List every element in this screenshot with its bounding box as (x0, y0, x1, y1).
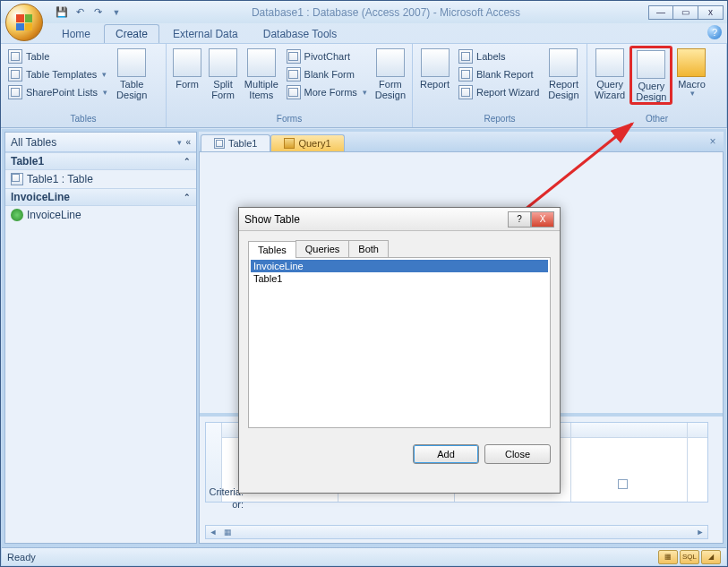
titlebar: 💾 ↶ ↷ ▼ Database1 : Database (Access 200… (1, 1, 727, 23)
table-button[interactable]: Table (4, 47, 112, 65)
report-icon (421, 48, 450, 77)
close-document-button[interactable]: × (706, 134, 720, 149)
doc-tab-query1[interactable]: Query1 (270, 134, 344, 151)
undo-icon[interactable]: ↶ (72, 4, 88, 21)
minimize-button[interactable]: — (648, 5, 673, 20)
pivotchart-button[interactable]: PivotChart (282, 47, 372, 65)
labels-icon (458, 49, 473, 64)
split-form-button[interactable]: Split Form (205, 46, 241, 101)
doc-tab-table1[interactable]: Table1 (201, 134, 270, 151)
table-icon (214, 138, 225, 149)
table-icon (8, 49, 22, 64)
sharepoint-icon (8, 85, 22, 99)
qat-customize-icon[interactable]: ▼ (107, 4, 124, 21)
label: PivotChart (304, 51, 350, 62)
macro-button[interactable]: Macro▾ (672, 46, 710, 99)
horizontal-scrollbar[interactable]: ◄ ▦ ► (205, 525, 708, 539)
blank-report-button[interactable]: Blank Report (454, 65, 544, 83)
nav-group-table1[interactable]: Table1⌃ (5, 152, 196, 170)
multiple-items-button[interactable]: Multiple Items (241, 46, 282, 101)
label-or: or: (201, 498, 244, 511)
view-buttons: ▦ SQL ◢ (658, 550, 721, 564)
collapse-icon[interactable]: ⌃ (184, 157, 191, 166)
report-button[interactable]: Report (415, 46, 454, 90)
more-forms-icon (287, 85, 301, 99)
sql-view-button[interactable]: SQL (680, 550, 699, 564)
dialog-titlebar[interactable]: Show Table ? X (239, 208, 560, 231)
form-design-button[interactable]: Form Design (372, 46, 409, 101)
label: Query1 (298, 138, 330, 149)
query-design-button[interactable]: Query Design (630, 46, 672, 105)
dialog-table-list[interactable]: InvoiceLine Table1 (248, 258, 551, 428)
blank-report-icon (458, 67, 473, 82)
help-icon[interactable]: ? (707, 25, 722, 39)
maximize-button[interactable]: ▭ (673, 5, 698, 20)
add-button[interactable]: Add (413, 444, 479, 464)
tab-create[interactable]: Create (104, 24, 159, 43)
close-button[interactable]: x (698, 5, 724, 20)
dialog-tab-both[interactable]: Both (348, 240, 389, 257)
table-design-button[interactable]: Table Design (112, 46, 151, 101)
report-wizard-button[interactable]: Report Wizard (454, 83, 544, 101)
show-checkbox[interactable] (618, 479, 628, 489)
dialog-close-button[interactable]: X (531, 211, 554, 228)
label: Multiple Items (244, 79, 278, 100)
table-icon (11, 173, 23, 185)
dialog-tab-tables[interactable]: Tables (248, 241, 296, 258)
nav-group-invoiceline[interactable]: InvoiceLine⌃ (5, 188, 196, 206)
label: Report Wizard (476, 87, 539, 98)
grid-row-labels: Criteria: Criteria: or: (201, 473, 244, 511)
macro-icon (677, 48, 706, 77)
label: Query Wizard (595, 79, 625, 100)
sharepoint-lists-button[interactable]: SharePoint Lists▾ (4, 83, 112, 101)
table-templates-button[interactable]: Table Templates▾ (4, 65, 112, 83)
query-wizard-button[interactable]: Query Wizard (590, 46, 630, 101)
blank-form-icon (287, 67, 301, 82)
list-item[interactable]: Table1 (251, 272, 548, 285)
nav-header[interactable]: All Tables ▾« (5, 133, 196, 152)
label: Report (420, 79, 450, 90)
redo-icon[interactable]: ↷ (90, 4, 106, 21)
scroll-left-icon[interactable]: ◄ (206, 526, 220, 538)
tab-home[interactable]: Home (50, 24, 102, 43)
ribbon-tabs: Home Create External Data Database Tools… (1, 23, 727, 43)
form-button[interactable]: Form (169, 46, 205, 90)
shutter-button[interactable]: « (185, 137, 191, 147)
datasheet-view-button[interactable]: ▦ (658, 550, 678, 564)
dialog-tabs: Tables Queries Both (248, 240, 551, 258)
collapse-icon[interactable]: ⌃ (184, 193, 191, 202)
pivotchart-icon (287, 49, 301, 64)
record-selector-icon[interactable]: ▦ (220, 526, 235, 538)
form-icon (173, 48, 201, 77)
query-icon (284, 138, 295, 149)
list-item[interactable]: InvoiceLine (251, 260, 548, 272)
label: Table1 (228, 138, 257, 149)
split-form-icon (209, 48, 237, 77)
blank-form-button[interactable]: Blank Form (282, 65, 372, 83)
dialog-help-button[interactable]: ? (508, 211, 531, 228)
close-button[interactable]: Close (484, 444, 551, 464)
label-criteria: Criteria: (201, 485, 244, 498)
nav-item-invoiceline[interactable]: InvoiceLine (5, 206, 196, 224)
labels-button[interactable]: Labels (454, 47, 544, 65)
label: Blank Report (476, 69, 534, 80)
label: InvoiceLine (11, 191, 70, 203)
nav-item-table1[interactable]: Table1 : Table (5, 170, 196, 188)
group-label-other: Other (590, 114, 724, 127)
chevron-down-icon[interactable]: ▾ (177, 138, 182, 147)
status-text: Ready (7, 552, 36, 563)
document-tabs: Table1 Query1 × (199, 132, 724, 151)
label: SharePoint Lists (26, 87, 98, 98)
table-design-icon (117, 48, 146, 77)
tab-database-tools[interactable]: Database Tools (252, 24, 349, 43)
label: Form Design (375, 79, 406, 100)
save-icon[interactable]: 💾 (54, 4, 70, 21)
office-button[interactable] (5, 4, 43, 41)
design-view-button[interactable]: ◢ (701, 550, 721, 564)
scroll-right-icon[interactable]: ► (693, 526, 707, 538)
report-design-button[interactable]: Report Design (544, 46, 583, 101)
group-label-reports: Reports (415, 114, 584, 127)
tab-external-data[interactable]: External Data (161, 24, 250, 43)
more-forms-button[interactable]: More Forms▾ (282, 83, 372, 101)
dialog-tab-queries[interactable]: Queries (295, 240, 350, 257)
